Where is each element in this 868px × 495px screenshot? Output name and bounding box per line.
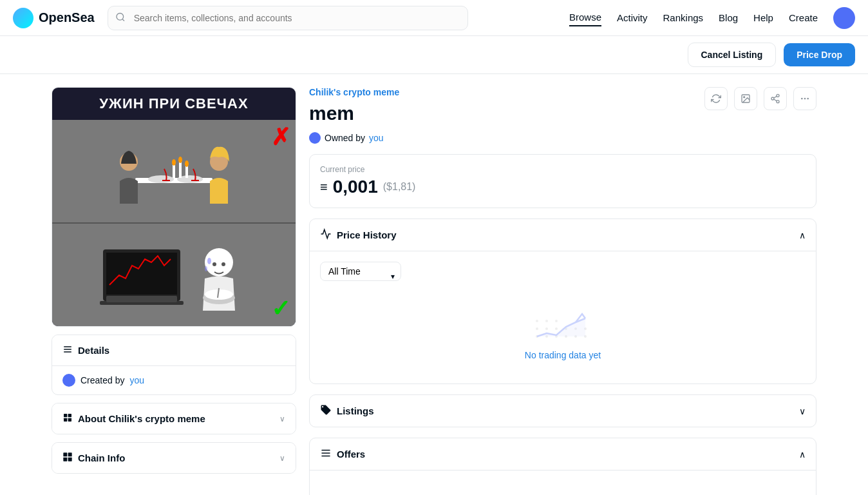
- svg-point-54: [555, 327, 558, 330]
- search-input[interactable]: [108, 6, 468, 30]
- svg-rect-29: [68, 414, 71, 417]
- search-icon: [115, 12, 126, 24]
- svg-point-10: [178, 157, 182, 163]
- collection-link[interactable]: Chilik's crypto meme: [309, 87, 399, 97]
- svg-point-20: [205, 266, 207, 271]
- nft-title: mem: [309, 102, 399, 124]
- price-history-header-left: Price History: [320, 228, 397, 242]
- owner-link[interactable]: you: [369, 133, 384, 143]
- listings-icon: [320, 404, 332, 418]
- svg-point-0: [117, 13, 124, 20]
- nav-rankings[interactable]: Rankings: [663, 10, 704, 26]
- chain-info-accordion-header[interactable]: Chain Info ∨: [52, 443, 296, 473]
- price-history-accordion: Price History ∧ All Time Last 7 Days Las…: [309, 218, 816, 384]
- user-avatar[interactable]: [833, 7, 855, 29]
- price-value: ≡ 0,001 ($1,81): [320, 177, 806, 197]
- price-history-icon: [320, 228, 332, 242]
- svg-rect-6: [173, 164, 175, 178]
- nav-browse[interactable]: Browse: [569, 9, 601, 26]
- svg-point-9: [172, 159, 176, 166]
- created-by-label: Created by: [80, 375, 124, 385]
- owned-by-label: Owned by: [325, 133, 365, 143]
- more-options-button[interactable]: [793, 87, 816, 110]
- owned-by: Owned by you: [309, 132, 399, 144]
- price-history-chevron-icon: ∧: [799, 230, 806, 240]
- chain-info-icon: [62, 452, 73, 464]
- price-label: Current price: [320, 165, 806, 174]
- logo[interactable]: OpenSea: [13, 8, 95, 28]
- price-usd: ($1,81): [383, 181, 416, 193]
- subheader: Cancel Listing Price Drop: [0, 36, 868, 74]
- nav-create[interactable]: Create: [789, 10, 818, 26]
- chain-info-accordion: Chain Info ∨: [52, 442, 296, 474]
- details-label: Details: [78, 345, 109, 356]
- offers-empty-area: [320, 481, 806, 495]
- svg-point-45: [807, 98, 809, 100]
- creator-link[interactable]: you: [129, 375, 144, 385]
- svg-line-42: [774, 96, 777, 98]
- details-accordion: Details Created by you: [52, 335, 296, 395]
- owner-avatar: [309, 132, 321, 144]
- creator-avatar: [62, 374, 75, 387]
- offers-icon: [320, 447, 332, 461]
- time-filter-select[interactable]: All Time Last 7 Days Last 14 Days Last 3…: [320, 262, 401, 281]
- svg-rect-27: [64, 351, 71, 352]
- listings-label: Listings: [337, 405, 374, 416]
- meme-bottom-svg: [77, 237, 270, 314]
- check-mark: ✓: [271, 295, 290, 322]
- time-filter-wrapper: All Time Last 7 Days Last 14 Days Last 3…: [320, 262, 401, 291]
- svg-point-39: [771, 97, 774, 100]
- about-chevron-icon: ∨: [279, 414, 285, 423]
- svg-line-41: [774, 99, 777, 101]
- offers-accordion: Offers ∧: [309, 438, 816, 495]
- chart-placeholder-svg: [531, 304, 595, 343]
- offers-header-left: Offers: [320, 447, 365, 461]
- listings-chevron-icon: ∨: [799, 406, 806, 416]
- chain-info-chevron-icon: ∨: [279, 454, 285, 463]
- nft-meta: Chilik's crypto meme mem Owned by you: [309, 87, 399, 154]
- price-history-header[interactable]: Price History ∧: [310, 219, 816, 251]
- no-data-chart-icon: [531, 304, 595, 345]
- svg-rect-15: [106, 253, 177, 295]
- details-icon: [62, 344, 73, 356]
- header: OpenSea Browse Activity Rankings Blog He…: [0, 0, 868, 36]
- offers-header[interactable]: Offers ∧: [310, 438, 816, 470]
- details-accordion-header[interactable]: Details: [52, 335, 296, 365]
- price-history-label: Price History: [337, 229, 397, 240]
- details-body: Created by you: [52, 365, 296, 394]
- main-content: УЖИН ПРИ СВЕЧАХ: [0, 74, 868, 495]
- nav-activity[interactable]: Activity: [617, 10, 648, 26]
- listings-header[interactable]: Listings ∨: [310, 395, 816, 427]
- created-by: Created by you: [62, 374, 285, 387]
- nav-blog[interactable]: Blog: [719, 10, 738, 26]
- svg-point-53: [545, 327, 548, 330]
- nav: Browse Activity Rankings Blog Help Creat…: [569, 7, 855, 29]
- nav-help[interactable]: Help: [753, 10, 773, 26]
- price-eth: 0,001: [333, 177, 378, 197]
- svg-rect-63: [321, 452, 330, 454]
- offers-body: [310, 470, 816, 495]
- svg-point-43: [801, 98, 803, 100]
- x-mark: ✗: [271, 124, 290, 151]
- no-data-text: No trading data yet: [525, 350, 601, 360]
- nft-header-row: Chilik's crypto meme mem Owned by you: [309, 87, 816, 154]
- share-button[interactable]: [764, 87, 787, 110]
- about-accordion-header[interactable]: About Chilik's crypto meme ∨: [52, 403, 296, 434]
- svg-rect-28: [64, 414, 67, 417]
- price-drop-button[interactable]: Price Drop: [784, 43, 855, 66]
- offers-label: Offers: [337, 449, 365, 460]
- svg-point-38: [777, 94, 779, 97]
- price-history-body: All Time Last 7 Days Last 14 Days Last 3…: [310, 251, 816, 383]
- details-header-left: Details: [62, 344, 109, 356]
- image-button[interactable]: [734, 87, 757, 110]
- chain-info-label: Chain Info: [78, 452, 125, 463]
- action-icons: [704, 87, 816, 110]
- refresh-button[interactable]: [704, 87, 728, 110]
- svg-rect-32: [63, 452, 67, 456]
- cancel-listing-button[interactable]: Cancel Listing: [688, 43, 777, 67]
- meme-panel-bottom: ✓: [52, 222, 296, 326]
- chain-info-header-left: Chain Info: [62, 452, 125, 464]
- svg-point-21: [212, 262, 216, 266]
- left-column: УЖИН ПРИ СВЕЧАХ: [52, 87, 296, 495]
- logo-icon: [13, 8, 33, 28]
